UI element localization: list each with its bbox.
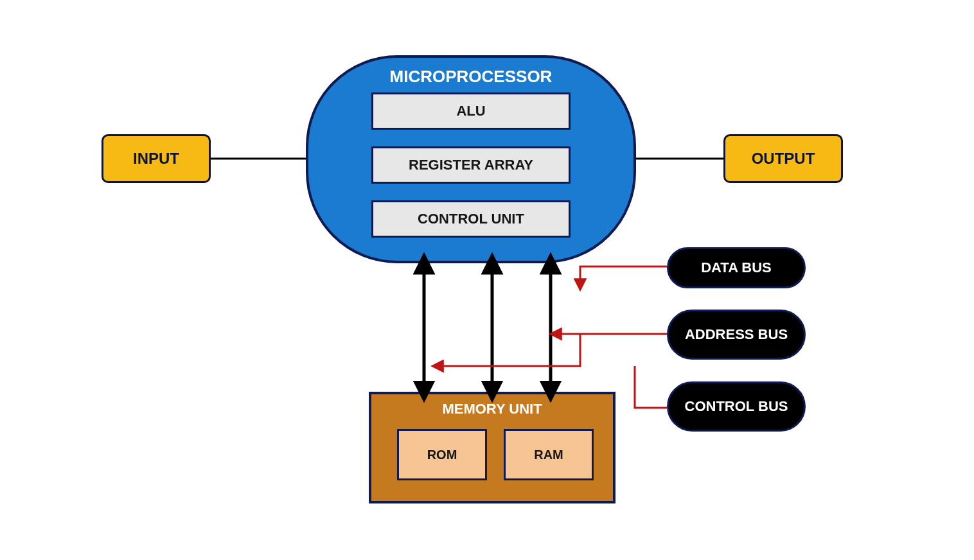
- address-bus-label: ADDRESS BUS: [667, 310, 806, 360]
- register-array-label: REGISTER ARRAY: [409, 157, 533, 173]
- control-unit-block: CONTROL UNIT: [371, 200, 571, 238]
- input-block: INPUT: [102, 134, 211, 183]
- output-block: OUTPUT: [723, 134, 843, 183]
- register-array-block: REGISTER ARRAY: [371, 146, 571, 184]
- address-bus-text: ADDRESS BUS: [685, 326, 788, 343]
- rom-block: ROM: [397, 429, 487, 480]
- data-bus-text: DATA BUS: [701, 259, 772, 276]
- data-bus-label: DATA BUS: [667, 247, 806, 288]
- control-unit-label: CONTROL UNIT: [418, 211, 524, 227]
- rom-label: ROM: [427, 448, 457, 462]
- ram-block: RAM: [504, 429, 594, 480]
- label-connector-address-bus-b: [433, 334, 580, 366]
- control-bus-label: CONTROL BUS: [667, 381, 806, 432]
- memory-unit-title: MEMORY UNIT: [370, 401, 614, 417]
- microprocessor-title: MICROPROCESSOR: [371, 67, 571, 87]
- label-connector-data-bus: [580, 267, 667, 289]
- output-label: OUTPUT: [752, 150, 815, 168]
- input-label: INPUT: [133, 150, 179, 168]
- ram-label: RAM: [534, 448, 563, 462]
- alu-block: ALU: [371, 92, 571, 130]
- alu-label: ALU: [456, 103, 485, 119]
- control-bus-text: CONTROL BUS: [685, 398, 788, 415]
- label-connector-control-bus: [635, 366, 667, 408]
- diagram-canvas: INPUT OUTPUT MICROPROCESSOR ALU REGISTER…: [18, 0, 956, 560]
